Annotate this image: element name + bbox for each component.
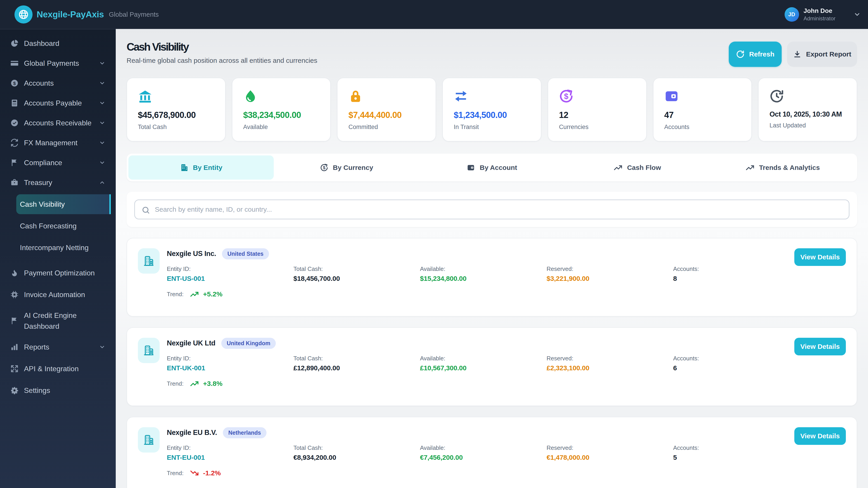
svg-text:$: $ <box>564 92 568 101</box>
svg-text:$: $ <box>13 80 16 86</box>
svg-text:$: $ <box>323 165 325 170</box>
